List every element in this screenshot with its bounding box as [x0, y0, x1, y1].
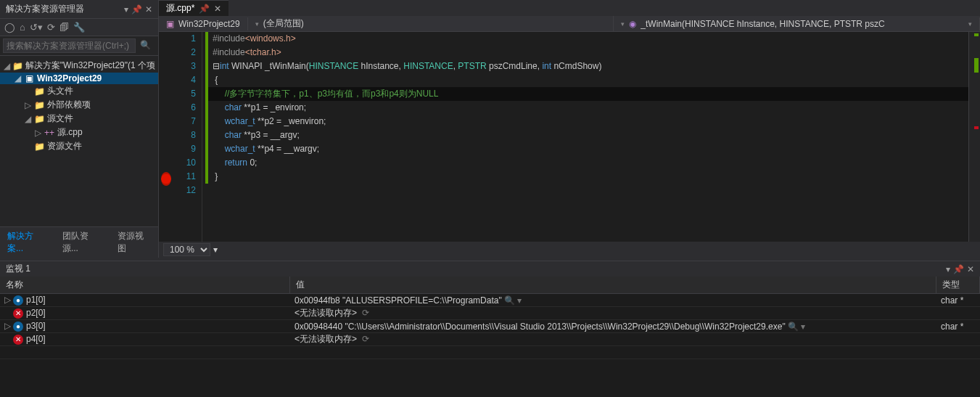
ok-icon: ●: [13, 322, 23, 332]
refresh-icon[interactable]: ⟳: [362, 334, 369, 344]
header-value[interactable]: 值: [290, 277, 936, 293]
close-icon[interactable]: ✕: [145, 4, 152, 15]
watch-row[interactable]: ✕p2[0]<无法读取内存> ⟳: [0, 307, 980, 320]
tree-solution-root[interactable]: ◢📁解决方案"Win32Project29"(1 个项: [0, 59, 158, 73]
visualizer-icon[interactable]: 🔍 ▾: [504, 295, 522, 306]
sync-icon[interactable]: ↺▾: [30, 22, 43, 33]
tree-headers[interactable]: 📁头文件: [0, 84, 158, 98]
dropdown-icon[interactable]: ▾: [946, 264, 950, 274]
watch-value: <无法读取内存>: [295, 308, 357, 318]
solution-toolbar: ◯ ⌂ ↺▾ ⟳ 🗐 🔧: [0, 19, 158, 36]
expand-icon[interactable]: ▷: [4, 295, 12, 305]
document-tabs: 源.cpp* 📌 ✕: [159, 0, 980, 16]
show-all-icon[interactable]: 🗐: [59, 22, 69, 33]
visualizer-icon[interactable]: 🔍 ▾: [788, 322, 805, 332]
watch-header: 名称 值 类型: [0, 277, 980, 294]
expand-icon[interactable]: ▷: [4, 321, 12, 331]
nav-project[interactable]: ▣Win32Project29: [159, 17, 248, 30]
error-icon: ✕: [13, 335, 23, 345]
code-body[interactable]: #include<windows.h> #include<tchar.h> ⊟i…: [202, 32, 968, 242]
tab-solution[interactable]: 解决方案...: [0, 227, 55, 258]
back-icon[interactable]: ◯: [4, 22, 15, 33]
watch-name: p4[0]: [26, 334, 46, 344]
watch-row[interactable]: ▷●p1[0]0x00944fb8 "ALLUSERSPROFILE=C:\\P…: [0, 294, 980, 307]
document-tab[interactable]: 源.cpp* 📌 ✕: [159, 0, 228, 16]
zoom-select[interactable]: 100 %: [163, 243, 210, 256]
watch-value: <无法读取内存>: [295, 334, 357, 344]
solution-tree: ◢📁解决方案"Win32Project29"(1 个项 ◢▣Win32Proje…: [0, 56, 158, 226]
editor-area: 源.cpp* 📌 ✕ ▣Win32Project29 ▾(全局范围) ▾◉_tW…: [159, 0, 980, 258]
search-icon[interactable]: 🔍: [136, 38, 155, 53]
tree-source[interactable]: ◢📁源文件: [0, 112, 158, 126]
watch-name: p3[0]: [26, 321, 46, 331]
watch-row-empty[interactable]: [0, 346, 980, 359]
tree-source-file[interactable]: ▷++源.cpp: [0, 126, 158, 139]
glyph-margin[interactable]: [159, 32, 173, 242]
watch-name: p1[0]: [26, 295, 46, 305]
tab-label: 源.cpp*: [166, 2, 194, 15]
breakpoint-icon[interactable]: [161, 172, 171, 186]
pin-icon[interactable]: 📌: [199, 4, 210, 14]
watch-title: 监视 1: [6, 263, 30, 275]
refresh-icon[interactable]: ⟳: [362, 308, 369, 318]
home-icon[interactable]: ⌂: [20, 22, 25, 33]
refresh-icon[interactable]: ⟳: [47, 22, 55, 33]
ok-icon: ●: [13, 295, 23, 306]
nav-function[interactable]: ▾◉_tWinMain(HINSTANCE hInstance, HINSTAN…: [614, 17, 980, 30]
watch-row[interactable]: ▷●p3[0]0x00948440 "C:\\Users\\Administra…: [0, 320, 980, 333]
panel-title: 解决方案资源管理器: [6, 3, 84, 15]
zoom-dropdown-icon[interactable]: ▾: [213, 245, 218, 255]
tree-project[interactable]: ◢▣Win32Project29: [0, 73, 158, 84]
tab-team[interactable]: 团队资源...: [55, 227, 110, 258]
watch-row[interactable]: ✕p4[0]<无法读取内存> ⟳: [0, 333, 980, 346]
error-icon: ✕: [13, 308, 23, 319]
watch-type: char *: [941, 322, 963, 332]
close-icon[interactable]: ✕: [967, 264, 974, 274]
close-icon[interactable]: ✕: [214, 4, 221, 14]
watch-name: p2[0]: [26, 308, 46, 318]
watch-value: 0x00944fb8 "ALLUSERSPROFILE=C:\\ProgramD…: [295, 295, 502, 306]
line-numbers: 123456789101112: [173, 32, 202, 242]
overview-ruler[interactable]: [968, 32, 980, 242]
header-name[interactable]: 名称: [0, 277, 290, 293]
pin-icon[interactable]: 📌: [953, 264, 964, 274]
navigation-bar: ▣Win32Project29 ▾(全局范围) ▾◉_tWinMain(HINS…: [159, 16, 980, 32]
watch-panel: 监视 1 ▾ 📌 ✕ 名称 值 类型 ▷●p1[0]0x00944fb8 "AL…: [0, 261, 980, 397]
solution-explorer-panel: 解决方案资源管理器 ▾ 📌 ✕ ◯ ⌂ ↺▾ ⟳ 🗐 🔧 🔍 ◢📁解决方案"Wi…: [0, 0, 159, 258]
tree-resources[interactable]: 📁资源文件: [0, 139, 158, 153]
dropdown-icon[interactable]: ▾: [124, 4, 128, 15]
tab-resource-view[interactable]: 资源视图: [110, 227, 158, 258]
header-type[interactable]: 类型: [936, 277, 980, 293]
pin-icon[interactable]: 📌: [131, 4, 142, 15]
tree-external[interactable]: ▷📁外部依赖项: [0, 98, 158, 112]
properties-icon[interactable]: 🔧: [73, 22, 85, 33]
nav-scope[interactable]: ▾(全局范围): [248, 16, 614, 31]
watch-type: char *: [941, 295, 963, 306]
watch-value: 0x00948440 "C:\\Users\\Administrator\\Do…: [295, 322, 786, 332]
search-input[interactable]: [3, 38, 136, 53]
